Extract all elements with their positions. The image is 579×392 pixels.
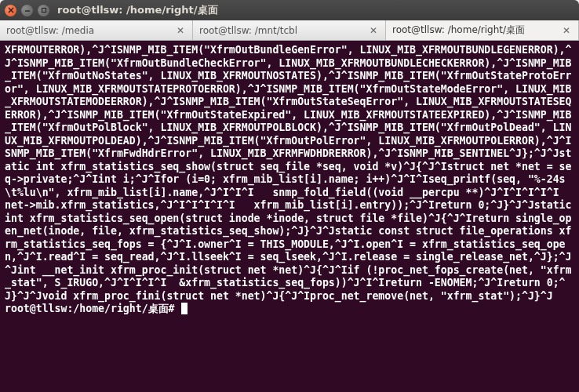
tab-media[interactable]: root@tllsw: /media ✕	[0, 20, 193, 40]
prompt: root@tllsw:/home/right/桌面#	[5, 303, 181, 314]
cursor	[181, 303, 188, 314]
terminal-output[interactable]: XFRMOUTERROR),^J^ISNMP_MIB_ITEM("XfrmOut…	[0, 41, 579, 392]
terminal-content: XFRMOUTERROR),^J^ISNMP_MIB_ITEM("XfrmOut…	[5, 44, 577, 302]
tab-label: root@tllsw: /home/right/桌面	[392, 24, 525, 37]
terminal-window: root@tllsw: /home/right/桌面 root@tllsw: /…	[0, 0, 579, 392]
close-icon[interactable]: ✕	[561, 25, 572, 36]
close-icon[interactable]: ✕	[175, 25, 186, 36]
tab-label: root@tllsw: /mnt/tcbl	[199, 25, 297, 36]
close-icon[interactable]	[5, 5, 16, 16]
tab-label: root@tllsw: /media	[6, 25, 94, 36]
window-controls	[5, 5, 49, 16]
maximize-icon[interactable]	[38, 5, 49, 16]
window-title: root@tllsw: /home/right/桌面	[57, 3, 218, 17]
minimize-icon[interactable]	[21, 5, 33, 16]
tab-home-right-desktop[interactable]: root@tllsw: /home/right/桌面 ✕	[386, 20, 579, 40]
svg-rect-0	[42, 9, 46, 13]
tab-mnt-tcbl[interactable]: root@tllsw: /mnt/tcbl ✕	[193, 20, 386, 40]
tabbar: root@tllsw: /media ✕ root@tllsw: /mnt/tc…	[0, 20, 579, 41]
close-icon[interactable]: ✕	[368, 25, 379, 36]
titlebar: root@tllsw: /home/right/桌面	[0, 0, 579, 20]
